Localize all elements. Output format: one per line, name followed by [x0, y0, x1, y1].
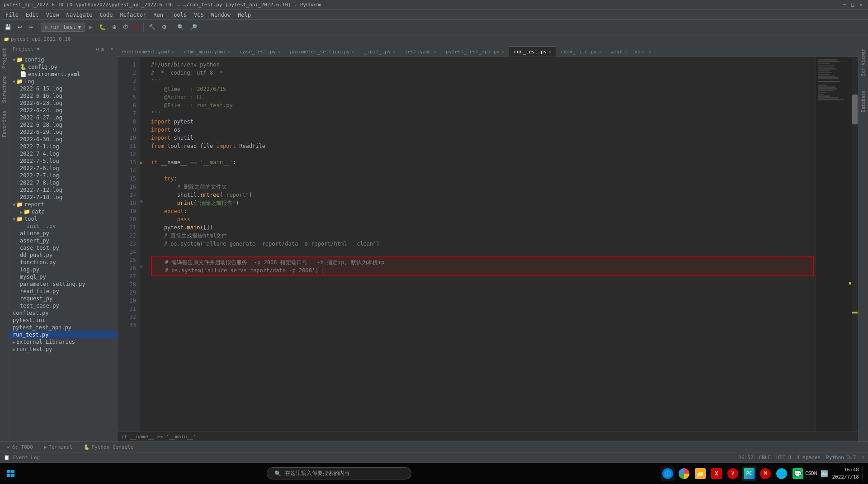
undo-button[interactable]: ↩ [15, 23, 25, 32]
sidebar-item-environment-yaml[interactable]: 📄 environment.yaml [9, 71, 117, 78]
minimap[interactable] [816, 57, 852, 432]
menu-item-navigate[interactable]: Navigate [63, 11, 96, 19]
menu-item-vcs[interactable]: VCS [190, 11, 208, 19]
sidebar-item-read-file[interactable]: read_file.py [9, 288, 117, 295]
sidebar-expand-icon[interactable]: ⊞ [101, 46, 104, 52]
sidebar-item-log[interactable]: ▼ 📁 log [9, 78, 117, 85]
menu-item-view[interactable]: View [42, 11, 63, 19]
right-scrollbar[interactable] [852, 57, 858, 432]
sidebar-item-log-627[interactable]: 2022-6-27.log [9, 114, 117, 121]
tab-close-icon[interactable]: ✕ [278, 49, 280, 54]
tab-close-icon[interactable]: ✕ [392, 49, 395, 54]
sidebar-item-external-libs[interactable]: ▶ External Libraries [9, 338, 117, 346]
sidebar-item-log-615[interactable]: 2022-6-15.log [9, 85, 117, 92]
sidebar-item-function[interactable]: function.py [9, 259, 117, 266]
tab-read-file[interactable]: read_file.py ✕ [556, 47, 606, 57]
minimize-btn[interactable]: ─ [843, 2, 846, 8]
clock[interactable]: 16:48 2022/7/18 [832, 466, 859, 480]
sidebar-item-config-py[interactable]: 🐍 config.py [9, 63, 117, 71]
sidebar-item-log-78[interactable]: 2022-7-8.log [9, 179, 117, 186]
sidebar-item-log-616[interactable]: 2022-6-16.log [9, 92, 117, 100]
tab-close-icon[interactable]: ✕ [599, 49, 601, 54]
event-log-btn[interactable]: 📋 Event Log [4, 455, 40, 460]
taskbar-icon-app5[interactable]: 💬 [791, 466, 805, 481]
sidebar-item-request[interactable]: request_py [9, 295, 117, 302]
menu-item-help[interactable]: Help [234, 11, 255, 19]
stop-button[interactable]: ■ [132, 23, 141, 32]
database-tab[interactable]: Database [860, 88, 867, 115]
menu-item-tools[interactable]: Tools [167, 11, 190, 19]
code-content[interactable]: #!/usr/bin/env python # -*- coding: utf-… [149, 57, 816, 432]
python-version[interactable]: Python 3.7 [826, 455, 856, 460]
scroll-thumb[interactable] [852, 95, 858, 124]
settings-button[interactable]: ⚙ [159, 23, 170, 32]
sidebar-item-mysql[interactable]: mysql_py [9, 273, 117, 280]
windows-start-button[interactable] [4, 466, 18, 481]
sidebar-item-log-628[interactable]: 2022-6-28.log [9, 121, 117, 128]
menu-item-code[interactable]: Code [96, 11, 117, 19]
tab-pytest-test-api[interactable]: pytest_test_api.py ✕ [441, 47, 509, 57]
show-desktop-button[interactable] [863, 466, 864, 481]
taskbar-icon-app4[interactable]: 🌐 [774, 466, 789, 481]
sidebar-item-init[interactable]: __init__.py [9, 223, 117, 230]
sidebar-item-test-case[interactable]: test_case.py [9, 302, 117, 309]
tab-environment-yaml[interactable]: environment.yaml ✕ [118, 47, 179, 57]
sidebar-item-log-624[interactable]: 2022-6-24.log [9, 107, 117, 114]
sidebar-item-pytest-ini[interactable]: pytest.ini [9, 317, 117, 324]
run-config-selector[interactable]: ▶ run_test ▼ [41, 23, 85, 32]
run-button[interactable]: ▶ [86, 23, 95, 32]
sidebar-item-log-77[interactable]: 2022-7-7.log [9, 172, 117, 179]
tab-close-icon[interactable]: ✕ [548, 49, 551, 54]
structure-tab[interactable]: Structure [0, 72, 9, 107]
debug-button[interactable]: 🐛 [96, 23, 108, 32]
coverage-button[interactable]: ⊕ [109, 23, 119, 32]
sidebar-item-param-setting[interactable]: parameter_setting.py [9, 280, 117, 288]
sidebar-settings-icon[interactable]: ⚙ [96, 46, 99, 52]
sidebar-item-config[interactable]: ▼ 📁 config [9, 56, 117, 63]
close-btn[interactable]: ✕ [859, 2, 863, 8]
terminal-tab[interactable]: ▶ Terminal [40, 443, 76, 451]
sidebar-item-conftest[interactable]: conftest.py [9, 309, 117, 317]
taskbar-icon-pycharm[interactable]: PC [742, 466, 756, 481]
tab-close-icon[interactable]: ✕ [434, 49, 436, 54]
sidebar-item-scratches[interactable]: ▶ run_test.py [9, 346, 117, 353]
sidebar-item-log-py[interactable]: log.py [9, 266, 117, 273]
tab-case-test[interactable]: case_test.py ✕ [236, 47, 286, 57]
taskbar-icon-app3[interactable]: M [758, 466, 773, 481]
tray-icon-1[interactable]: CSDN [805, 470, 817, 476]
tab-close-icon[interactable]: ✕ [352, 49, 354, 54]
taskbar-icon-app1[interactable]: X [709, 466, 724, 481]
tab-waybill-yaml[interactable]: waybill.yaml ✕ [606, 47, 656, 57]
tab-test-yaml[interactable]: test.yaml ✕ [400, 47, 441, 57]
fold-icon-18[interactable]: ⊟ [149, 199, 151, 207]
build-button[interactable]: 🔨 [146, 23, 158, 32]
sidebar-item-log-71[interactable]: 2022-7-1.log [9, 143, 117, 150]
tab-ctms-main-yaml[interactable]: ctms_main.yaml ✕ [179, 47, 236, 57]
sidebar-item-assert[interactable]: assert_py [9, 237, 117, 244]
sidebar-item-pytest-test-api[interactable]: pytest_test_api.py [9, 324, 117, 331]
sidebar-item-tool[interactable]: ▼ 📁 tool [9, 215, 117, 223]
tab-close-icon[interactable]: ✕ [172, 49, 175, 54]
tab-init[interactable]: _init_.py ✕ [359, 47, 401, 57]
sidebar-item-log-630[interactable]: 2022-6-30.log [9, 136, 117, 143]
search-button[interactable]: 🔍 [175, 23, 187, 32]
menu-item-edit[interactable]: Edit [22, 11, 42, 19]
tray-icon-2[interactable]: 🔤 [821, 470, 828, 477]
tab-close-icon[interactable]: ✕ [228, 49, 231, 54]
tab-run-test[interactable]: run_test.py ✕ [509, 47, 556, 57]
sidebar-item-report[interactable]: ▼ 📁 report [9, 201, 117, 208]
taskbar-icon-chrome[interactable] [677, 466, 691, 481]
sidebar-item-run-test[interactable]: run_test.py [9, 331, 117, 338]
sidebar-item-dd-push[interactable]: dd_push.py [9, 251, 117, 259]
save-button[interactable]: 💾 [2, 23, 14, 32]
menu-item-run[interactable]: Run [150, 11, 167, 19]
tab-close-icon[interactable]: ✕ [501, 49, 504, 54]
profile-button[interactable]: ⏱ [120, 23, 131, 32]
sidebar-collapse-icon[interactable]: − [106, 46, 109, 52]
maximize-btn[interactable]: □ [851, 2, 854, 8]
favorites-tab[interactable]: Favorites [0, 107, 9, 141]
project-tab[interactable]: Project [0, 44, 9, 72]
sidebar-item-case-test[interactable]: case_test.py [9, 244, 117, 251]
redo-button[interactable]: ↪ [26, 23, 36, 32]
taskbar-icon-edge[interactable]: 🌐 [660, 466, 675, 481]
